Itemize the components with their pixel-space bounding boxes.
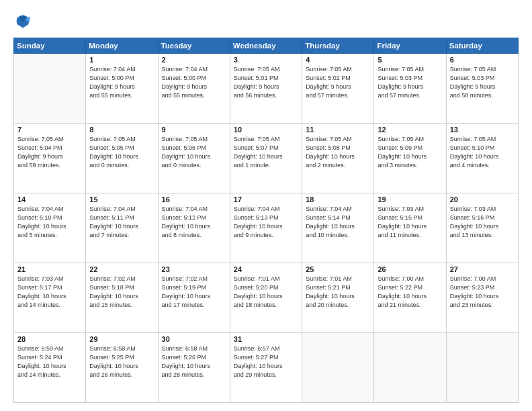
calendar-cell: 17Sunrise: 7:04 AM Sunset: 5:13 PM Dayli… [230, 193, 302, 263]
calendar-cell: 8Sunrise: 7:05 AM Sunset: 5:05 PM Daylig… [86, 124, 158, 193]
day-info: Sunrise: 7:04 AM Sunset: 5:14 PM Dayligh… [306, 205, 370, 240]
day-info: Sunrise: 7:01 AM Sunset: 5:21 PM Dayligh… [306, 275, 370, 310]
day-number: 23 [162, 265, 226, 273]
calendar-cell: 3Sunrise: 7:05 AM Sunset: 5:01 PM Daylig… [230, 54, 302, 124]
day-number: 24 [234, 265, 298, 273]
day-number: 10 [234, 126, 298, 134]
calendar-cell: 2Sunrise: 7:04 AM Sunset: 5:00 PM Daylig… [158, 54, 230, 124]
day-info: Sunrise: 7:05 AM Sunset: 5:10 PM Dayligh… [450, 135, 515, 170]
page: SundayMondayTuesdayWednesdayThursdayFrid… [0, 0, 532, 411]
day-number: 18 [306, 195, 370, 203]
day-info: Sunrise: 7:05 AM Sunset: 5:08 PM Dayligh… [306, 135, 370, 170]
day-info: Sunrise: 7:05 AM Sunset: 5:03 PM Dayligh… [450, 65, 515, 100]
day-number: 26 [378, 265, 442, 273]
calendar-cell: 4Sunrise: 7:05 AM Sunset: 5:02 PM Daylig… [302, 54, 374, 124]
calendar-cell: 20Sunrise: 7:03 AM Sunset: 5:16 PM Dayli… [446, 193, 518, 263]
week-row-5: 28Sunrise: 6:59 AM Sunset: 5:24 PM Dayli… [14, 333, 519, 403]
calendar-cell: 10Sunrise: 7:05 AM Sunset: 5:07 PM Dayli… [230, 124, 302, 193]
calendar-cell: 25Sunrise: 7:01 AM Sunset: 5:21 PM Dayli… [302, 263, 374, 333]
day-number: 17 [234, 195, 298, 203]
day-number: 12 [378, 126, 442, 134]
day-info: Sunrise: 6:59 AM Sunset: 5:24 PM Dayligh… [17, 345, 82, 379]
weekday-header-wednesday: Wednesday [230, 38, 302, 54]
weekday-header-thursday: Thursday [302, 38, 374, 54]
calendar-cell: 15Sunrise: 7:04 AM Sunset: 5:11 PM Dayli… [86, 193, 158, 263]
calendar-cell: 22Sunrise: 7:02 AM Sunset: 5:18 PM Dayli… [86, 263, 158, 333]
day-number: 21 [17, 265, 82, 273]
day-info: Sunrise: 7:03 AM Sunset: 5:15 PM Dayligh… [378, 205, 442, 240]
calendar-cell: 14Sunrise: 7:04 AM Sunset: 5:10 PM Dayli… [14, 193, 86, 263]
day-info: Sunrise: 7:05 AM Sunset: 5:06 PM Dayligh… [162, 135, 226, 170]
calendar-cell [302, 333, 374, 403]
calendar-cell: 24Sunrise: 7:01 AM Sunset: 5:20 PM Dayli… [230, 263, 302, 333]
day-info: Sunrise: 6:58 AM Sunset: 5:25 PM Dayligh… [89, 345, 154, 379]
day-number: 4 [306, 56, 370, 64]
calendar-cell: 13Sunrise: 7:05 AM Sunset: 5:10 PM Dayli… [446, 124, 518, 193]
day-info: Sunrise: 7:03 AM Sunset: 5:16 PM Dayligh… [450, 205, 515, 240]
calendar-cell: 29Sunrise: 6:58 AM Sunset: 5:25 PM Dayli… [86, 333, 158, 403]
weekday-header-sunday: Sunday [14, 38, 86, 54]
day-number: 1 [89, 56, 154, 64]
day-info: Sunrise: 7:04 AM Sunset: 5:00 PM Dayligh… [89, 65, 154, 100]
day-number: 6 [450, 56, 515, 64]
day-info: Sunrise: 7:04 AM Sunset: 5:12 PM Dayligh… [162, 205, 226, 240]
day-info: Sunrise: 7:04 AM Sunset: 5:13 PM Dayligh… [234, 205, 298, 240]
day-info: Sunrise: 7:05 AM Sunset: 5:03 PM Dayligh… [378, 65, 442, 100]
day-info: Sunrise: 6:57 AM Sunset: 5:27 PM Dayligh… [234, 345, 298, 379]
weekday-header-monday: Monday [86, 38, 158, 54]
day-number: 9 [162, 126, 226, 134]
calendar-cell: 11Sunrise: 7:05 AM Sunset: 5:08 PM Dayli… [302, 124, 374, 193]
day-info: Sunrise: 7:04 AM Sunset: 5:10 PM Dayligh… [17, 205, 82, 240]
day-info: Sunrise: 7:02 AM Sunset: 5:19 PM Dayligh… [162, 275, 226, 310]
day-info: Sunrise: 7:01 AM Sunset: 5:20 PM Dayligh… [234, 275, 298, 310]
day-info: Sunrise: 7:05 AM Sunset: 5:02 PM Dayligh… [306, 65, 370, 100]
calendar-cell: 28Sunrise: 6:59 AM Sunset: 5:24 PM Dayli… [14, 333, 86, 403]
week-row-2: 7Sunrise: 7:05 AM Sunset: 5:04 PM Daylig… [14, 124, 519, 193]
weekday-header-saturday: Saturday [446, 38, 518, 54]
day-number: 3 [234, 56, 298, 64]
day-info: Sunrise: 7:05 AM Sunset: 5:07 PM Dayligh… [234, 135, 298, 170]
day-number: 28 [17, 335, 82, 343]
calendar-cell: 6Sunrise: 7:05 AM Sunset: 5:03 PM Daylig… [446, 54, 518, 124]
day-number: 22 [89, 265, 154, 273]
day-number: 7 [17, 126, 82, 134]
weekday-header-row: SundayMondayTuesdayWednesdayThursdayFrid… [14, 38, 519, 54]
day-info: Sunrise: 7:05 AM Sunset: 5:04 PM Dayligh… [17, 135, 82, 170]
day-info: Sunrise: 7:02 AM Sunset: 5:18 PM Dayligh… [89, 275, 154, 310]
week-row-4: 21Sunrise: 7:03 AM Sunset: 5:17 PM Dayli… [14, 263, 519, 333]
calendar-cell: 12Sunrise: 7:05 AM Sunset: 5:09 PM Dayli… [374, 124, 446, 193]
day-number: 16 [162, 195, 226, 203]
day-number: 11 [306, 126, 370, 134]
day-number: 14 [17, 195, 82, 203]
day-info: Sunrise: 7:00 AM Sunset: 5:23 PM Dayligh… [450, 275, 515, 310]
calendar-cell: 31Sunrise: 6:57 AM Sunset: 5:27 PM Dayli… [230, 333, 302, 403]
calendar-cell [374, 333, 446, 403]
calendar-cell: 1Sunrise: 7:04 AM Sunset: 5:00 PM Daylig… [86, 54, 158, 124]
day-info: Sunrise: 7:05 AM Sunset: 5:05 PM Dayligh… [89, 135, 154, 170]
day-info: Sunrise: 6:58 AM Sunset: 5:26 PM Dayligh… [162, 345, 226, 379]
header [13, 12, 519, 31]
day-info: Sunrise: 7:05 AM Sunset: 5:09 PM Dayligh… [378, 135, 442, 170]
calendar-cell: 18Sunrise: 7:04 AM Sunset: 5:14 PM Dayli… [302, 193, 374, 263]
calendar-cell [14, 54, 86, 124]
logo [13, 12, 35, 31]
weekday-header-friday: Friday [374, 38, 446, 54]
day-info: Sunrise: 7:04 AM Sunset: 5:00 PM Dayligh… [162, 65, 226, 100]
day-number: 15 [89, 195, 154, 203]
week-row-3: 14Sunrise: 7:04 AM Sunset: 5:10 PM Dayli… [14, 193, 519, 263]
day-number: 8 [89, 126, 154, 134]
week-row-1: 1Sunrise: 7:04 AM Sunset: 5:00 PM Daylig… [14, 54, 519, 124]
day-info: Sunrise: 7:03 AM Sunset: 5:17 PM Dayligh… [17, 275, 82, 310]
day-number: 20 [450, 195, 515, 203]
day-number: 13 [450, 126, 515, 134]
calendar-cell: 26Sunrise: 7:00 AM Sunset: 5:22 PM Dayli… [374, 263, 446, 333]
day-number: 31 [234, 335, 298, 343]
calendar-cell: 19Sunrise: 7:03 AM Sunset: 5:15 PM Dayli… [374, 193, 446, 263]
day-number: 30 [162, 335, 226, 343]
weekday-header-tuesday: Tuesday [158, 38, 230, 54]
day-number: 25 [306, 265, 370, 273]
calendar-cell: 9Sunrise: 7:05 AM Sunset: 5:06 PM Daylig… [158, 124, 230, 193]
calendar-cell: 5Sunrise: 7:05 AM Sunset: 5:03 PM Daylig… [374, 54, 446, 124]
calendar-cell: 16Sunrise: 7:04 AM Sunset: 5:12 PM Dayli… [158, 193, 230, 263]
day-number: 19 [378, 195, 442, 203]
